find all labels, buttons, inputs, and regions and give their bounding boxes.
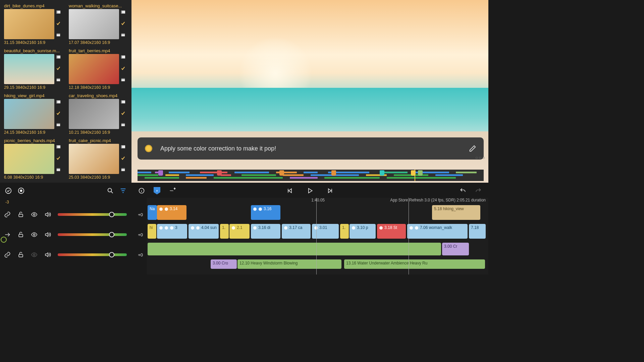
svg-point-56 — [314, 226, 318, 230]
media-clip[interactable]: beautiful_beach_sunrise.m... 29.15 3840x… — [4, 48, 63, 90]
checkmark-circle-icon[interactable] — [5, 187, 12, 194]
media-clip[interactable]: dirt_bike_dunes.mp4 31.15 3840x2160 16:9 — [4, 3, 63, 45]
clip-thumbnail[interactable] — [4, 144, 54, 174]
clip-thumbnail[interactable] — [69, 99, 119, 129]
timeline-marker[interactable] — [217, 170, 222, 176]
clip-label: 3.00 Cro — [213, 261, 228, 265]
svg-point-32 — [6, 188, 11, 194]
archive-box-icon — [56, 167, 61, 173]
marker-shield-icon[interactable]: × — [154, 187, 160, 194]
filter-list-icon[interactable] — [119, 187, 127, 194]
play-icon[interactable] — [307, 187, 313, 194]
more-icon[interactable]: ○○○ — [475, 155, 486, 160]
video-badge-icon — [121, 144, 125, 150]
comment-overlay[interactable]: Apply some color correction to make it p… — [138, 137, 484, 160]
timeline-overview[interactable] — [138, 170, 484, 181]
playhead-secondary[interactable] — [409, 198, 409, 275]
info-circle-icon[interactable] — [138, 187, 145, 194]
clip-thumbnail[interactable] — [4, 54, 54, 84]
timeline-clip[interactable]: 2.1 — [229, 224, 250, 239]
eye-icon[interactable] — [31, 251, 38, 258]
timeline-clip[interactable]: 13.16 Water Underwater Ambience Heavy Ru — [344, 259, 485, 269]
playhead[interactable] — [316, 198, 317, 275]
clip-title: dirt_bike_dunes.mp4 — [4, 3, 63, 9]
clip-label: 3.18 St — [384, 225, 397, 230]
archive-box-icon — [121, 122, 125, 128]
media-clip[interactable]: fruit_tart_berries.mp4 12.18 3840x2160 1… — [69, 48, 127, 90]
clip-metadata: 10.21 3840x2160 16:9 — [69, 129, 127, 135]
volume-slider[interactable] — [58, 213, 127, 216]
skip-start-icon[interactable] — [286, 187, 293, 194]
timeline-clip[interactable]: 12.10 Heavy Windstorm Blowing — [237, 259, 341, 269]
clip-thumbnail[interactable] — [4, 9, 54, 39]
timeline-clip[interactable]: 4.04 sun — [189, 224, 219, 239]
timeline-tracks[interactable]: 1:40.05 App Store Refresh 3.0 (24 fps, S… — [147, 198, 488, 275]
timeline-marker[interactable] — [158, 170, 163, 176]
media-clip[interactable]: woman_walking_suitcase... 17.07 3840x216… — [69, 3, 127, 45]
svg-point-44 — [159, 207, 163, 211]
ripple-add-icon[interactable]: + — [169, 187, 176, 194]
media-clip[interactable]: picnic_berries_hands.mp4 6.08 3840x2160 … — [4, 137, 63, 180]
volume-slider[interactable] — [58, 233, 127, 236]
timeline-clip[interactable]: 3.00 Cr — [442, 243, 469, 255]
speaker-icon[interactable] — [44, 231, 51, 238]
timeline-clip[interactable]: 3.17 ca — [282, 224, 311, 239]
timeline-clip[interactable]: 3.16 di — [251, 224, 280, 239]
lock-open-icon[interactable] — [17, 251, 24, 258]
record-circle-icon[interactable] — [17, 187, 25, 194]
media-clip[interactable]: fruit_cake_picnic.mp4 25.03 3840x2160 16… — [69, 137, 127, 180]
eye-icon[interactable] — [31, 211, 38, 218]
timeline-clip[interactable]: 3 — [157, 224, 187, 239]
media-clip[interactable]: car_traveling_shoes.mp4 10.21 3840x2160 … — [69, 93, 127, 135]
media-clip[interactable]: hiking_view_girl.mp4 24.15 3840x2160 16:… — [4, 93, 63, 135]
timeline-clip[interactable]: 1. — [340, 224, 349, 239]
clip-label: 1. — [342, 225, 345, 230]
timeline-clip[interactable]: 7.18 — [469, 224, 486, 239]
eye-icon[interactable] — [31, 231, 38, 238]
timeline-marker[interactable] — [331, 170, 336, 176]
svg-point-39 — [34, 214, 35, 216]
svg-rect-42 — [19, 254, 23, 257]
svg-point-34 — [20, 190, 22, 192]
timeline-clip[interactable]: 7.06 woman_walk — [407, 224, 468, 239]
lock-open-icon[interactable] — [17, 211, 24, 218]
timeline-clip[interactable]: 5.18 hiking_view — [432, 205, 480, 220]
clip-thumbnail[interactable] — [4, 99, 54, 129]
timeline-clip[interactable]: 3.01 — [312, 224, 339, 239]
speaker-icon[interactable] — [44, 251, 51, 258]
timeline-clip[interactable]: Na — [148, 205, 157, 220]
svg-rect-38 — [19, 214, 23, 217]
timeline-clip[interactable]: 3.10 p — [350, 224, 376, 239]
link-icon[interactable] — [4, 211, 11, 218]
clip-thumbnail[interactable] — [69, 9, 119, 39]
redo-icon[interactable] — [475, 187, 482, 194]
svg-rect-19 — [57, 123, 60, 124]
clip-thumbnail[interactable] — [69, 54, 119, 84]
timeline-clip[interactable]: 3.18 St — [377, 224, 406, 239]
timeline-clip[interactable]: 3.16 — [251, 205, 280, 220]
link-icon[interactable] — [4, 251, 11, 258]
clip-label: 7.06 woman_walk — [420, 225, 452, 230]
db-readout: -3 — [4, 200, 143, 204]
pencil-icon[interactable] — [469, 145, 476, 152]
volume-slider[interactable] — [58, 253, 127, 256]
lock-open-icon[interactable] — [17, 231, 24, 238]
timeline-clip[interactable]: 3.14 — [157, 205, 186, 220]
clip-label: 3.01 — [319, 225, 327, 230]
timeline-clip[interactable]: hi — [148, 224, 156, 239]
search-icon[interactable] — [107, 187, 114, 194]
timeline-clip[interactable]: 1. — [220, 224, 229, 239]
timeline-marker[interactable] — [418, 170, 423, 176]
timeline-marker[interactable] — [380, 170, 384, 176]
timeline-marker[interactable] — [279, 170, 284, 176]
skip-end-icon[interactable] — [327, 187, 333, 194]
timeline-clip[interactable]: 3.00 Cro — [211, 259, 237, 269]
svg-rect-2 — [57, 34, 60, 36]
undo-icon[interactable] — [460, 187, 466, 194]
svg-point-59 — [410, 226, 413, 230]
clip-thumbnail[interactable] — [69, 144, 119, 174]
speaker-icon[interactable] — [44, 211, 51, 218]
timeline-clip[interactable] — [148, 243, 441, 255]
svg-rect-13 — [121, 56, 122, 59]
archive-box-icon — [121, 77, 125, 83]
